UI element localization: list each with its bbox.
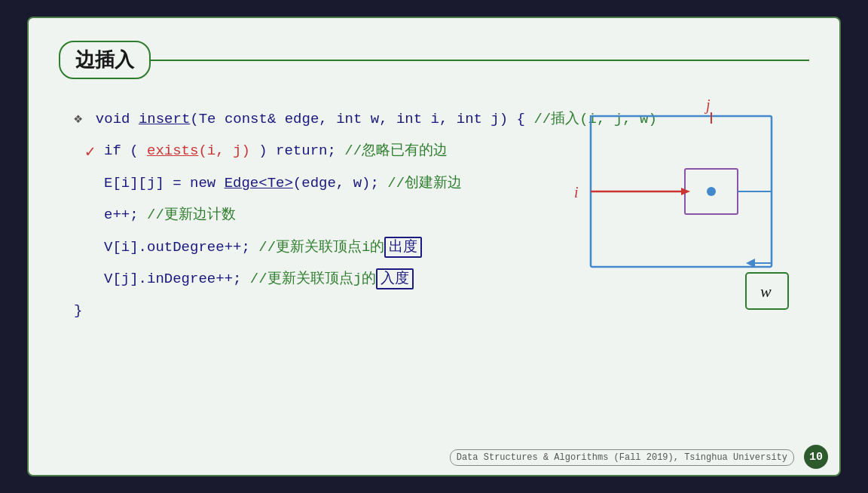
svg-text:i: i [574,184,579,201]
bullet-icon: ❖ [74,111,82,127]
svg-text:j: j [704,96,711,114]
svg-text:w: w [760,282,772,301]
function-exists: exists [147,142,198,159]
code-assign: E[i][j] = new [104,175,225,191]
highlight-indegree: 入度 [376,268,414,289]
keyword-if: if ( [104,142,147,159]
slide-title: 边插入 [59,41,151,79]
checkmark-icon: ✓ [85,139,95,166]
comment-5-prefix: //更新关联顶点i的 [258,239,384,256]
title-divider [149,60,809,61]
code-return: ) return; [250,142,344,159]
function-name-insert: insert [139,111,190,127]
diagram-svg: i j w [568,86,809,327]
closing-brace: } [74,302,82,319]
slide-container: 边插入 ❖ void insert(Te const& edge, int w,… [27,17,841,476]
comment-6-prefix: //更新关联顶点j的 [250,271,376,287]
code-edge-params: (edge, w); [293,175,387,191]
keyword-void: void [96,111,139,127]
code-params: (Te const& edge, int w, int i, int j) { [190,111,533,127]
highlight-outdegree: 出度 [384,237,422,258]
code-exists-params: (i, j) [198,142,249,159]
watermark: Data Structures & Algorithms (Fall 2019)… [450,449,794,466]
code-epp: e++; [104,207,147,223]
code-outdegree: V[i].outDegree++; [104,239,258,256]
edge-diagram: i j w [568,86,809,327]
page-number: 10 [804,445,828,469]
svg-point-2 [707,187,716,196]
code-indegree: V[j].inDegree++; [104,271,250,287]
comment-3: //创建新边 [387,175,462,191]
class-edge: Edge<Te> [225,175,293,191]
comment-4: //更新边计数 [147,207,236,223]
comment-2: //忽略已有的边 [344,142,448,159]
